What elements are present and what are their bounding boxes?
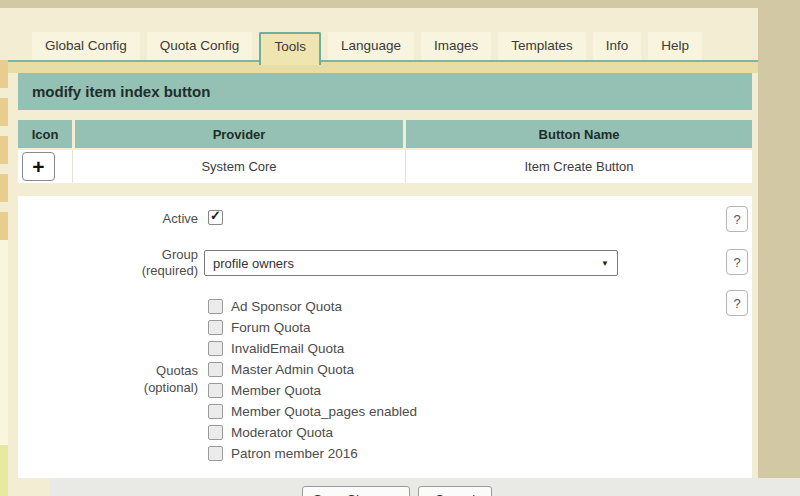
quota-option-label: Member Quota [231,383,321,398]
active-label: Active [18,209,198,229]
quota-checkbox[interactable] [208,446,223,461]
help-button-group[interactable]: ? [726,249,748,275]
column-header-button-name: Button Name [406,120,752,148]
quota-options: Ad Sponsor QuotaForum QuotaInvalidEmail … [208,296,417,464]
quota-checkbox[interactable] [208,404,223,419]
quotas-label-line1: Quotas [18,362,198,379]
quota-option: InvalidEmail Quota [208,338,417,359]
quota-option-label: Master Admin Quota [231,362,354,377]
quota-option-label: Ad Sponsor Quota [231,299,342,314]
quotas-label: Quotas (optional) [18,362,198,396]
quota-option-label: Patron member 2016 [231,446,358,461]
quota-option: Master Admin Quota [208,359,417,380]
tab-templates[interactable]: Templates [498,32,586,60]
group-label: Group (required) [18,247,198,279]
tab-images[interactable]: Images [421,32,491,60]
quota-option: Patron member 2016 [208,443,417,464]
quota-option: Member Quota [208,380,417,401]
chevron-down-icon: ▼ [601,259,609,268]
quota-checkbox[interactable] [208,425,223,440]
footer-bar: Save Changes Cancel [49,478,800,496]
column-header-icon: Icon [18,120,72,148]
quota-option: Forum Quota [208,317,417,338]
quota-option: Ad Sponsor Quota [208,296,417,317]
page-title: modify item index button [18,83,210,100]
admin-screen: Global ConfigQuota ConfigToolsLanguageIm… [0,0,800,496]
save-button[interactable]: Save Changes [302,486,410,496]
left-edge-strip-pale [0,240,8,445]
tab-language[interactable]: Language [328,32,414,60]
column-header-provider: Provider [75,120,403,148]
left-edge-stripes [0,60,8,240]
quota-option-label: Forum Quota [231,320,311,335]
tab-tools[interactable]: Tools [259,32,321,65]
group-label-line1: Group [18,247,198,263]
quota-option-label: Member Quota_pages enabled [231,404,417,419]
quota-option: Member Quota_pages enabled [208,401,417,422]
quotas-label-line2: (optional) [18,379,198,396]
section-header: modify item index button [18,73,752,110]
quota-checkbox[interactable] [208,299,223,314]
cancel-button[interactable]: Cancel [418,486,492,496]
provider-cell: System Core [73,150,406,183]
help-button-quotas[interactable]: ? [726,290,748,316]
tab-quota-config[interactable]: Quota Config [147,32,253,60]
left-edge-strip [0,8,8,60]
quota-checkbox[interactable] [208,341,223,356]
edit-form: Active ? Group (required) profile owners… [18,196,752,478]
table-header-row: Icon Provider Button Name [18,120,752,148]
button-name-cell: Item Create Button [406,150,752,183]
tab-info[interactable]: Info [593,32,642,60]
group-select-value: profile owners [213,256,294,271]
quota-checkbox[interactable] [208,320,223,335]
page-panel: Global ConfigQuota ConfigToolsLanguageIm… [8,8,758,496]
quota-option-label: Moderator Quota [231,425,333,440]
quota-checkbox[interactable] [208,383,223,398]
icon-cell: + [18,150,73,183]
group-label-line2: (required) [18,263,198,279]
plus-icon-button[interactable]: + [22,152,55,181]
tab-help[interactable]: Help [648,32,702,60]
quota-checkbox[interactable] [208,362,223,377]
table-row: + System Core Item Create Button [18,150,752,183]
quota-option-label: InvalidEmail Quota [231,341,344,356]
help-button-active[interactable]: ? [726,206,748,232]
active-checkbox[interactable] [208,210,223,225]
group-select[interactable]: profile owners ▼ [204,250,618,276]
tab-bar: Global ConfigQuota ConfigToolsLanguageIm… [32,32,702,72]
quota-option: Moderator Quota [208,422,417,443]
tab-global-config[interactable]: Global Config [32,32,140,60]
